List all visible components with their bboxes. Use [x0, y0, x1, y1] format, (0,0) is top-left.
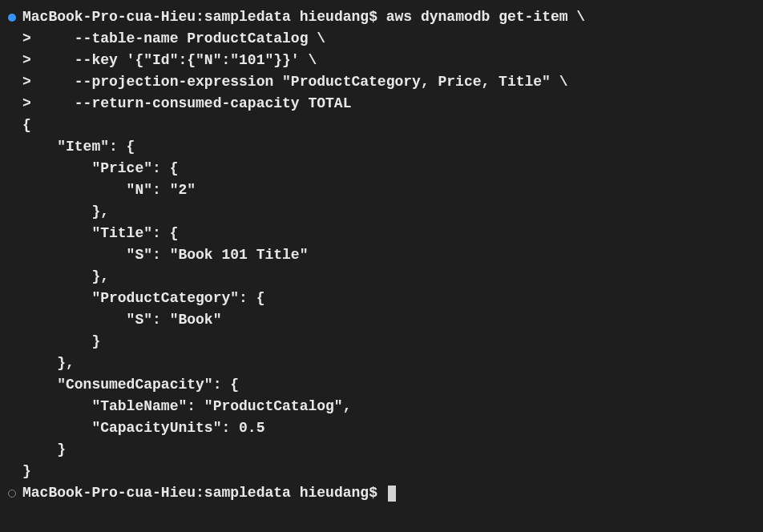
output-text: "TableName": "ProductCatalog", — [22, 396, 351, 417]
output-text: "N": "2" — [22, 179, 196, 201]
continuation-line: > --key '{"Id":{"N":"101"}}' \ — [8, 50, 755, 71]
continuation-text: > --projection-expression "ProductCatego… — [22, 71, 568, 93]
output-text: "CapacityUnits": 0.5 — [22, 417, 264, 439]
output-line: "S": "Book" — [8, 309, 755, 331]
output-line: }, — [8, 266, 755, 288]
output-line: "Title": { — [8, 223, 755, 244]
output-text: "Title": { — [22, 223, 178, 244]
output-text: "ConsumedCapacity": { — [22, 374, 239, 396]
output-line: { — [8, 115, 755, 136]
output-text: } — [22, 461, 31, 482]
idle-bullet-icon — [8, 490, 16, 498]
output-line: "ProductCategory": { — [8, 288, 755, 309]
output-text: }, — [22, 266, 109, 288]
prompt-text: MacBook-Pro-cua-Hieu:sampledata hieudang… — [22, 6, 585, 28]
output-text: { — [22, 115, 31, 136]
output-text: "S": "Book 101 Title" — [22, 244, 308, 266]
output-line: "TableName": "ProductCatalog", — [8, 396, 755, 417]
output-line: }, — [8, 353, 755, 374]
output-text: "Item": { — [22, 136, 135, 158]
continuation-line: > --table-name ProductCatalog \ — [8, 28, 755, 50]
output-text: }, — [22, 353, 75, 374]
continuation-line: > --projection-expression "ProductCatego… — [8, 71, 755, 93]
output-line: } — [8, 461, 755, 482]
terminal-output[interactable]: MacBook-Pro-cua-Hieu:sampledata hieudang… — [8, 6, 755, 504]
output-line: "S": "Book 101 Title" — [8, 244, 755, 266]
output-line: } — [8, 331, 755, 353]
output-text: } — [22, 439, 66, 461]
output-line: "ConsumedCapacity": { — [8, 374, 755, 396]
output-line: "Item": { — [8, 136, 755, 158]
prompt-text: MacBook-Pro-cua-Hieu:sampledata hieudang… — [22, 482, 386, 504]
output-text: }, — [22, 201, 109, 223]
continuation-text: > --table-name ProductCatalog \ — [22, 28, 325, 50]
output-text: "S": "Book" — [22, 309, 221, 331]
output-line: "CapacityUnits": 0.5 — [8, 417, 755, 439]
continuation-text: > --return-consumed-capacity TOTAL — [22, 93, 351, 115]
output-line: }, — [8, 201, 755, 223]
output-text: "Price": { — [22, 158, 178, 179]
cursor-icon — [388, 486, 396, 502]
output-line: "N": "2" — [8, 179, 755, 201]
output-line: } — [8, 439, 755, 461]
prompt-line-idle: MacBook-Pro-cua-Hieu:sampledata hieudang… — [8, 482, 755, 504]
prompt-line-active: MacBook-Pro-cua-Hieu:sampledata hieudang… — [8, 6, 755, 28]
output-text: "ProductCategory": { — [22, 288, 264, 309]
output-line: "Price": { — [8, 158, 755, 179]
continuation-text: > --key '{"Id":{"N":"101"}}' \ — [22, 50, 317, 71]
active-bullet-icon — [8, 14, 16, 22]
output-text: } — [22, 331, 100, 353]
continuation-line: > --return-consumed-capacity TOTAL — [8, 93, 755, 115]
